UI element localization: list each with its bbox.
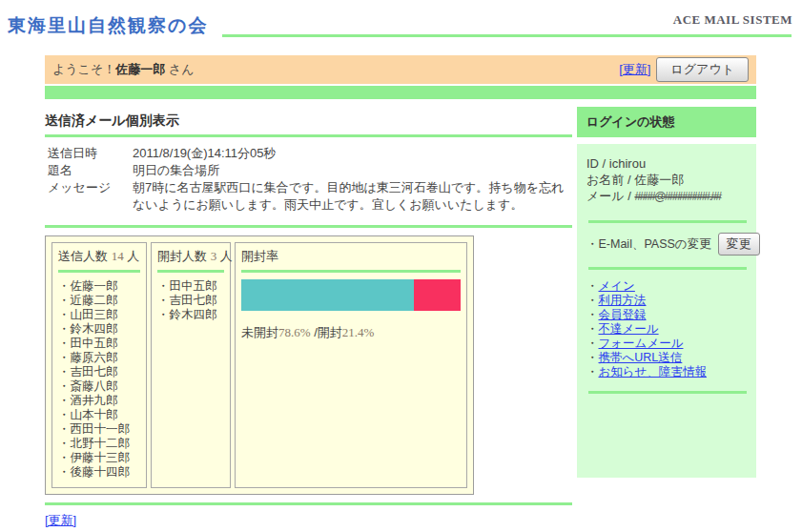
login-status-header: ログインの状態 (577, 107, 756, 137)
sidebar-link[interactable]: フォームメール (599, 337, 684, 350)
delivery-stats-box: 送信人数 14 人 ・佐藤一郎 ・近藤二郎 ・山田三郎 ・鈴木四郎 ・田中五郎 … (45, 235, 474, 495)
main-content: 送信済メール個別表示 送信日時 2011/8/19(金)14:11分05秒 題名… (45, 107, 572, 529)
sidebar-nav: ・メイン ・利用方法 ・会員登録 ・不達メール ・フォームメール ・携帯へURL… (586, 279, 749, 379)
subject-label: 題名 (45, 162, 133, 179)
open-rate-summary: 未開封78.6% /開封21.4% (241, 324, 461, 341)
sidebar-item-main[interactable]: ・メイン (586, 279, 749, 294)
bottom-refresh-link[interactable]: [更新] (45, 513, 76, 527)
app-brand: ACE MAIL SISTEM (673, 12, 792, 28)
sidebar-link[interactable]: 利用方法 (599, 294, 647, 307)
sidebar: ログインの状態 ID / ichirou お名前 / 佐藤一郎 メール / ##… (577, 107, 756, 478)
sidebar-link[interactable]: 不達メール (599, 322, 659, 336)
email-pass-change-row: ・E-Mail、PASSの変更 変更 (586, 233, 749, 256)
divider (241, 270, 461, 273)
list-item: ・鈴木四郎 (58, 322, 140, 337)
opened-rate-value: 21.4% (342, 325, 375, 339)
bullet: ・ (586, 351, 599, 364)
recipients-unit: 人 (124, 249, 140, 263)
sidebar-item-register[interactable]: ・会員登録 (586, 308, 749, 322)
list-item: ・佐藤一郎 (58, 279, 140, 294)
recipients-count: 14 (112, 249, 124, 263)
divider (45, 134, 572, 137)
change-row-text: ・E-Mail、PASSの変更 (586, 236, 711, 253)
list-item: ・吉田七郎 (58, 365, 140, 379)
welcome-text: ようこそ！佐藤一郎 さん (52, 61, 194, 78)
site-title: 東海里山自然観察の会 (8, 13, 208, 38)
opened-header: 開封人数 3 人 (157, 248, 224, 265)
opened-panel: 開封人数 3 人 ・田中五郎 ・吉田七郎 ・鈴木四郎 (151, 242, 231, 488)
sidebar-item-form-mail[interactable]: ・フォームメール (586, 337, 749, 351)
logout-button[interactable]: ログアウト (656, 57, 749, 82)
sent-date-label: 送信日時 (45, 145, 133, 162)
bullet: ・ (586, 322, 599, 336)
header-refresh-link[interactable]: [更新] (619, 61, 650, 78)
list-item: ・田中五郎 (58, 337, 140, 351)
account-name-row: お名前 / 佐藤一郎 (586, 172, 749, 188)
list-item: ・後藤十四郎 (58, 465, 140, 480)
divider (588, 220, 747, 223)
account-email-row: メール / ####@#########.## (586, 188, 749, 205)
open-rate-panel: 開封率 未開封78.6% /開封21.4% (235, 242, 467, 488)
divider (588, 267, 747, 270)
bullet: ・ (586, 337, 599, 350)
bullet: ・ (586, 279, 599, 293)
sidebar-item-usage[interactable]: ・利用方法 (586, 294, 749, 308)
divider (45, 225, 572, 228)
page-header: 東海里山自然観察の会 ACE MAIL SISTEM (0, 0, 802, 55)
opened-rate-label: 開封 (318, 325, 342, 339)
bullet: ・ (586, 308, 599, 321)
message-value: 朝7時に名古屋駅西口に集合です。目的地は東三河石巻山です。持ち物を忘れないように… (133, 179, 569, 214)
list-item: ・北野十二郎 (58, 437, 140, 451)
opened-label: 開封人数 (157, 249, 211, 263)
sidebar-link[interactable]: 携帯へURL送信 (599, 351, 683, 364)
id-value: ichirou (609, 156, 646, 171)
sidebar-link[interactable]: お知らせ、障害情報 (599, 365, 707, 379)
bullet: ・ (586, 365, 599, 379)
list-item: ・近藤二郎 (58, 294, 140, 308)
welcome-suffix: さん (165, 62, 194, 76)
list-item: ・山田三郎 (58, 308, 140, 322)
id-label: ID / (586, 156, 609, 171)
sidebar-link[interactable]: メイン (599, 279, 635, 293)
list-item: ・鈴木四郎 (157, 308, 224, 322)
field-row-sent-date: 送信日時 2011/8/19(金)14:11分05秒 (45, 145, 572, 162)
sidebar-item-undelivered[interactable]: ・不達メール (586, 322, 749, 337)
list-item: ・西田十一郎 (58, 422, 140, 437)
sidebar-item-news[interactable]: ・お知らせ、障害情報 (586, 365, 749, 379)
page-title: 送信済メール個別表示 (45, 113, 572, 130)
unopened-value: 78.6% (278, 325, 311, 339)
name-value: 佐藤一郎 (634, 173, 684, 187)
recipients-header: 送信人数 14 人 (58, 248, 140, 265)
bar-unopened (241, 279, 414, 311)
list-item: ・田中五郎 (157, 279, 224, 294)
divider (588, 391, 747, 394)
opened-list: ・田中五郎 ・吉田七郎 ・鈴木四郎 (157, 279, 224, 322)
list-item: ・伊藤十三郎 (58, 451, 140, 465)
recipients-panel: 送信人数 14 人 ・佐藤一郎 ・近藤二郎 ・山田三郎 ・鈴木四郎 ・田中五郎 … (51, 242, 147, 488)
name-label: お名前 / (586, 173, 634, 187)
bullet: ・ (586, 237, 599, 251)
divider (58, 270, 140, 273)
opened-unit: 人 (216, 249, 233, 263)
summary-separator: / (311, 325, 318, 339)
login-status-body: ID / ichirou お名前 / 佐藤一郎 メール / ####@#####… (577, 144, 756, 478)
subject-value: 明日の集合場所 (133, 162, 569, 179)
recipients-label: 送信人数 (58, 249, 112, 263)
list-item: ・山本十郎 (58, 408, 140, 422)
email-value-obscured: ####@#########.## (634, 190, 720, 203)
bullet: ・ (586, 294, 599, 307)
open-rate-title: 開封率 (241, 248, 461, 265)
list-item: ・酒井九郎 (58, 394, 140, 408)
unopened-label: 未開封 (241, 325, 278, 339)
bar-opened (414, 279, 461, 311)
list-item: ・斎藤八郎 (58, 379, 140, 394)
list-item: ・吉田七郎 (157, 294, 224, 308)
welcome-user-name: 佐藤一郎 (115, 62, 165, 76)
change-button[interactable]: 変更 (718, 233, 760, 256)
sidebar-link[interactable]: 会員登録 (599, 308, 647, 321)
open-rate-bar (241, 279, 461, 311)
divider (157, 270, 224, 273)
sidebar-item-mobile-url[interactable]: ・携帯へURL送信 (586, 351, 749, 365)
field-row-subject: 題名 明日の集合場所 (45, 162, 572, 179)
account-id-row: ID / ichirou (586, 155, 749, 172)
